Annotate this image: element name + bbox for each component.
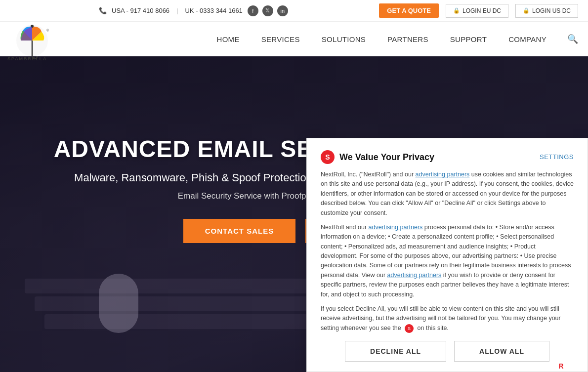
privacy-logo: S	[321, 150, 335, 164]
advertising-partners-link-3[interactable]: advertising partners	[387, 272, 442, 279]
privacy-header: S We Value Your Privacy SETTINGS	[321, 150, 574, 164]
allow-all-button[interactable]: ALLOW ALL	[454, 341, 549, 362]
twitter-icon[interactable]: 𝕏	[262, 5, 273, 16]
contact-sales-button[interactable]: CONTACT SALES	[183, 219, 295, 243]
revain-icon: R	[559, 362, 564, 370]
lock-icon-us: 🔒	[523, 7, 530, 14]
get-quote-button[interactable]: GET A QUOTE	[379, 3, 439, 18]
privacy-icon: S	[405, 324, 414, 333]
linkedin-icon[interactable]: in	[277, 5, 288, 16]
privacy-settings-link[interactable]: SETTINGS	[540, 152, 574, 162]
privacy-para1: NextRoll, Inc. ("NextRoll") and our adve…	[321, 170, 574, 218]
privacy-title-row: S We Value Your Privacy	[321, 150, 434, 164]
nav-bar: SPAMBRELLA ® HOME SERVICES SOLUTIONS PAR…	[0, 22, 588, 56]
nav-item-solutions[interactable]: SOLUTIONS	[311, 35, 377, 43]
phone-us: USA - 917 410 8066	[112, 7, 169, 14]
search-icon[interactable]: 🔍	[567, 34, 578, 44]
nav-item-partners[interactable]: PARTNERS	[377, 35, 439, 43]
nav-item-home[interactable]: HOME	[206, 35, 251, 43]
divider: |	[176, 7, 178, 14]
advertising-partners-link-2[interactable]: advertising partners	[369, 224, 423, 231]
social-icons: f 𝕏 in	[248, 5, 288, 16]
advertising-partners-link-1[interactable]: advertising partners	[416, 171, 470, 178]
login-us-button[interactable]: 🔒 LOGIN US DC	[515, 4, 578, 18]
phone-icon: 📞	[99, 7, 107, 14]
top-bar-contact: 📞 USA - 917 410 8066 | UK - 0333 344 166…	[99, 5, 288, 16]
lock-icon: 🔒	[453, 7, 460, 14]
svg-text:®: ®	[46, 29, 49, 32]
privacy-body: NextRoll, Inc. ("NextRoll") and our adve…	[321, 170, 574, 333]
nav-item-company[interactable]: COMPANY	[498, 35, 557, 43]
privacy-buttons: DECLINE ALL ALLOW ALL	[321, 341, 574, 362]
login-eu-button[interactable]: 🔒 LOGIN EU DC	[446, 4, 508, 18]
svg-text:SPAMBRELLA: SPAMBRELLA	[7, 56, 47, 61]
privacy-para3: If you select Decline All, you will stil…	[321, 304, 574, 333]
facebook-icon[interactable]: f	[248, 5, 258, 16]
spambrella-logo[interactable]: SPAMBRELLA ®	[5, 17, 69, 61]
privacy-para2: NextRoll and our advertising partners pr…	[321, 223, 574, 299]
nav-item-support[interactable]: SUPPORT	[439, 35, 498, 43]
revain-watermark: R Revain	[555, 360, 588, 372]
phone-uk: UK - 0333 344 1661	[185, 7, 242, 14]
decline-all-button[interactable]: DECLINE ALL	[345, 341, 446, 362]
privacy-modal: S We Value Your Privacy SETTINGS NextRol…	[306, 138, 588, 372]
main-nav: HOME SERVICES SOLUTIONS PARTNERS SUPPORT…	[206, 35, 557, 43]
logo-area: SPAMBRELLA ®	[5, 17, 89, 61]
nav-item-services[interactable]: SERVICES	[251, 35, 311, 43]
revain-text: Revain	[566, 363, 584, 370]
privacy-title: We Value Your Privacy	[339, 151, 434, 164]
